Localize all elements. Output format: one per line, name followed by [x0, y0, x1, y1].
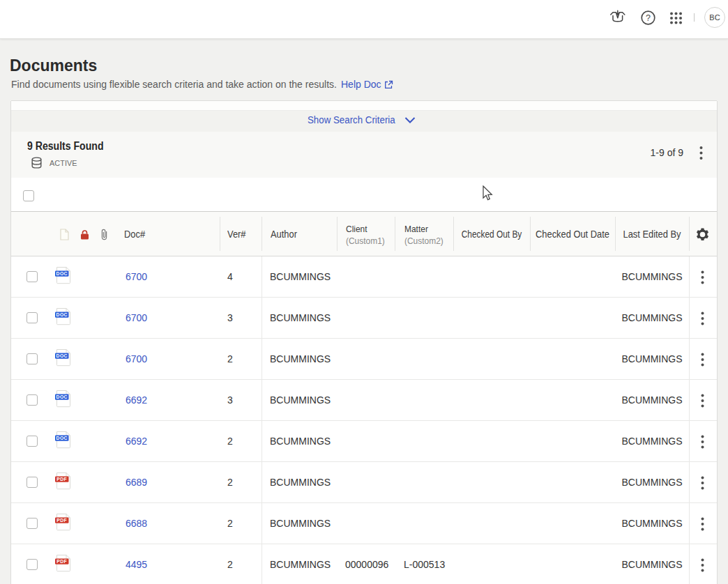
svg-text:PDF: PDF — [56, 477, 67, 482]
svg-text:?: ? — [646, 13, 651, 23]
svg-text:PDF: PDF — [56, 559, 67, 564]
svg-text:DOC: DOC — [56, 312, 68, 317]
svg-text:DOC: DOC — [56, 436, 68, 440]
svg-text:DOC: DOC — [56, 271, 68, 276]
svg-text:DOC: DOC — [56, 353, 68, 358]
svg-text:DOC: DOC — [56, 394, 68, 399]
svg-text:PDF: PDF — [56, 518, 67, 523]
